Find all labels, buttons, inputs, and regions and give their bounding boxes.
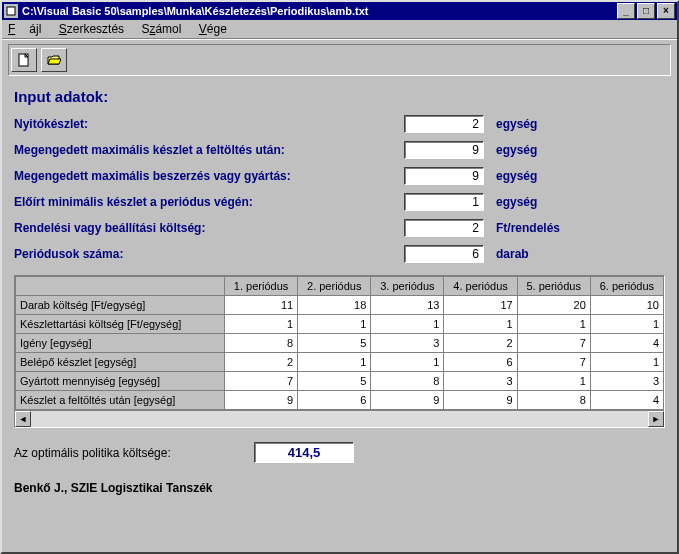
table-row: Belépő készlet [egység]211671 xyxy=(16,353,664,372)
form-label: Megengedett maximális készlet a feltölté… xyxy=(14,143,404,157)
table-cell[interactable]: 9 xyxy=(225,391,298,410)
table-cell[interactable]: 7 xyxy=(517,334,590,353)
table-cell[interactable]: 1 xyxy=(225,315,298,334)
svg-rect-0 xyxy=(7,7,15,15)
result-value: 414,5 xyxy=(254,442,354,463)
menu-end[interactable]: Vége xyxy=(199,22,227,36)
new-file-button[interactable] xyxy=(11,48,37,72)
result-label: Az optimális politika költsége: xyxy=(14,446,254,460)
table-cell[interactable]: 5 xyxy=(298,334,371,353)
scroll-right-button[interactable]: ► xyxy=(648,411,664,427)
table-cell[interactable]: 7 xyxy=(225,372,298,391)
form-input[interactable] xyxy=(404,115,484,133)
app-window: C:\Visual Basic 50\samples\Munka\Készlet… xyxy=(0,0,679,554)
table-corner xyxy=(16,277,225,296)
form-row: Rendelési vagy beállítási költség:Ft/ren… xyxy=(14,219,665,237)
window-title: C:\Visual Basic 50\samples\Munka\Készlet… xyxy=(22,5,617,17)
menu-calc[interactable]: Számol xyxy=(141,22,181,36)
table-row: Készlet a feltöltés után [egység]969984 xyxy=(16,391,664,410)
form-unit: egység xyxy=(496,117,537,131)
table-cell[interactable]: 6 xyxy=(298,391,371,410)
period-header: 2. periódus xyxy=(298,277,371,296)
row-header: Darab költség [Ft/egység] xyxy=(16,296,225,315)
form-label: Periódusok száma: xyxy=(14,247,404,261)
row-header: Igény [egység] xyxy=(16,334,225,353)
form-row: Előírt minimális készlet a periódus végé… xyxy=(14,193,665,211)
horizontal-scrollbar[interactable]: ◄ ► xyxy=(15,410,664,427)
table-cell[interactable]: 6 xyxy=(444,353,517,372)
form-row: Megengedett maximális készlet a feltölté… xyxy=(14,141,665,159)
scroll-track[interactable] xyxy=(31,411,648,427)
table-row: Darab költség [Ft/egység]111813172010 xyxy=(16,296,664,315)
period-header: 6. periódus xyxy=(590,277,663,296)
form-input[interactable] xyxy=(404,141,484,159)
form-row: Megengedett maximális beszerzés vagy gyá… xyxy=(14,167,665,185)
table-cell[interactable]: 10 xyxy=(590,296,663,315)
table-cell[interactable]: 4 xyxy=(590,391,663,410)
table-cell[interactable]: 1 xyxy=(517,372,590,391)
table-row: Igény [egység]853274 xyxy=(16,334,664,353)
period-header: 1. periódus xyxy=(225,277,298,296)
table-cell[interactable]: 3 xyxy=(371,334,444,353)
form-input[interactable] xyxy=(404,219,484,237)
table-cell[interactable]: 11 xyxy=(225,296,298,315)
period-header: 4. periódus xyxy=(444,277,517,296)
table-cell[interactable]: 1 xyxy=(517,315,590,334)
form-unit: darab xyxy=(496,247,529,261)
table-cell[interactable]: 2 xyxy=(225,353,298,372)
minimize-button[interactable]: _ xyxy=(617,3,635,19)
form-unit: Ft/rendelés xyxy=(496,221,560,235)
form-label: Előírt minimális készlet a periódus végé… xyxy=(14,195,404,209)
data-table: 1. periódus2. periódus3. periódus4. peri… xyxy=(15,276,664,410)
row-header: Készlet a feltöltés után [egység] xyxy=(16,391,225,410)
table-cell[interactable]: 8 xyxy=(517,391,590,410)
table-cell[interactable]: 1 xyxy=(298,353,371,372)
maximize-button[interactable]: □ xyxy=(637,3,655,19)
form-row: Periódusok száma:darab xyxy=(14,245,665,263)
form-label: Megengedett maximális beszerzés vagy gyá… xyxy=(14,169,404,183)
menu-edit[interactable]: Szerkesztés xyxy=(59,22,124,36)
table-cell[interactable]: 5 xyxy=(298,372,371,391)
table-cell[interactable]: 1 xyxy=(298,315,371,334)
table-cell[interactable]: 2 xyxy=(444,334,517,353)
table-cell[interactable]: 1 xyxy=(590,315,663,334)
period-header: 3. periódus xyxy=(371,277,444,296)
result-row: Az optimális politika költsége: 414,5 xyxy=(14,442,665,463)
form-input[interactable] xyxy=(404,193,484,211)
table-cell[interactable]: 7 xyxy=(517,353,590,372)
table-cell[interactable]: 9 xyxy=(371,391,444,410)
table-cell[interactable]: 8 xyxy=(225,334,298,353)
table-cell[interactable]: 8 xyxy=(371,372,444,391)
table-cell[interactable]: 3 xyxy=(444,372,517,391)
table-cell[interactable]: 17 xyxy=(444,296,517,315)
form-label: Nyitókészlet: xyxy=(14,117,404,131)
toolbar xyxy=(2,39,677,80)
content-area: Input adatok: Nyitókészlet:egységMegenge… xyxy=(2,80,677,552)
table-cell[interactable]: 20 xyxy=(517,296,590,315)
table-cell[interactable]: 1 xyxy=(444,315,517,334)
table-cell[interactable]: 9 xyxy=(444,391,517,410)
table-cell[interactable]: 13 xyxy=(371,296,444,315)
form-label: Rendelési vagy beállítási költség: xyxy=(14,221,404,235)
table-cell[interactable]: 1 xyxy=(371,315,444,334)
menu-file[interactable]: Fájl xyxy=(8,22,41,36)
open-file-button[interactable] xyxy=(41,48,67,72)
table-row: Gyártott mennyiség [egység]758313 xyxy=(16,372,664,391)
footer-credit: Benkő J., SZIE Logisztikai Tanszék xyxy=(14,481,665,495)
form-input[interactable] xyxy=(404,245,484,263)
form-unit: egység xyxy=(496,169,537,183)
period-header: 5. periódus xyxy=(517,277,590,296)
app-icon xyxy=(4,4,18,18)
row-header: Készlettartási költség [Ft/egység] xyxy=(16,315,225,334)
form-unit: egység xyxy=(496,143,537,157)
form-input[interactable] xyxy=(404,167,484,185)
table-cell[interactable]: 18 xyxy=(298,296,371,315)
close-button[interactable]: × xyxy=(657,3,675,19)
table-cell[interactable]: 4 xyxy=(590,334,663,353)
table-cell[interactable]: 1 xyxy=(371,353,444,372)
table-row: Készlettartási költség [Ft/egység]111111 xyxy=(16,315,664,334)
table-cell[interactable]: 1 xyxy=(590,353,663,372)
row-header: Belépő készlet [egység] xyxy=(16,353,225,372)
table-cell[interactable]: 3 xyxy=(590,372,663,391)
scroll-left-button[interactable]: ◄ xyxy=(15,411,31,427)
